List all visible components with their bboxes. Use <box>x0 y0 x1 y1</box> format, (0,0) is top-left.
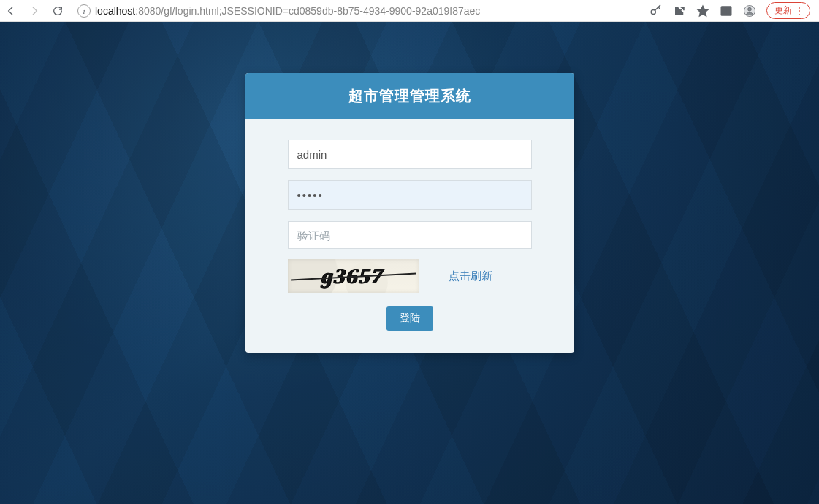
svg-marker-1 <box>698 6 708 16</box>
profile-icon[interactable] <box>743 4 756 18</box>
login-form: g3657 点击刷新 登陆 <box>245 119 574 353</box>
update-label: 更新 <box>774 4 792 17</box>
site-info-icon[interactable]: i <box>77 4 91 18</box>
share-icon[interactable] <box>673 4 686 18</box>
browser-toolbar: i localhost:8080/gf/login.html;JSESSIONI… <box>0 0 819 22</box>
login-button[interactable]: 登陆 <box>386 306 433 331</box>
submit-row: 登陆 <box>288 306 532 331</box>
key-icon[interactable] <box>650 4 663 18</box>
login-title: 超市管理管理系统 <box>245 73 574 119</box>
address-bar[interactable]: i localhost:8080/gf/login.html;JSESSIONI… <box>77 4 639 18</box>
page-background: 超市管理管理系统 g3657 点击刷新 登陆 <box>0 22 819 504</box>
side-panel-icon[interactable] <box>720 4 733 18</box>
password-input[interactable] <box>288 180 532 210</box>
forward-button[interactable] <box>28 4 41 18</box>
username-input[interactable] <box>288 140 532 169</box>
update-button[interactable]: 更新 ⋮ <box>766 2 810 19</box>
bookmark-star-icon[interactable] <box>696 4 709 18</box>
captcha-refresh-link[interactable]: 点击刷新 <box>449 270 492 283</box>
svg-rect-2 <box>721 7 731 15</box>
back-button[interactable] <box>4 4 18 18</box>
url-host: localhost <box>95 5 135 17</box>
url-text: localhost:8080/gf/login.html;JSESSIONID=… <box>95 5 639 17</box>
captcha-row: g3657 点击刷新 <box>288 259 532 293</box>
menu-dots-icon: ⋮ <box>795 9 804 12</box>
reload-button[interactable] <box>51 4 64 18</box>
svg-point-0 <box>651 9 655 14</box>
svg-point-5 <box>748 7 752 11</box>
captcha-input[interactable] <box>288 221 532 249</box>
url-path: :8080/gf/login.html;JSESSIONID=cd0859db-… <box>135 5 480 17</box>
toolbar-right: 更新 ⋮ <box>650 2 815 19</box>
login-card: 超市管理管理系统 g3657 点击刷新 登陆 <box>245 73 574 353</box>
captcha-image[interactable]: g3657 <box>288 259 419 293</box>
